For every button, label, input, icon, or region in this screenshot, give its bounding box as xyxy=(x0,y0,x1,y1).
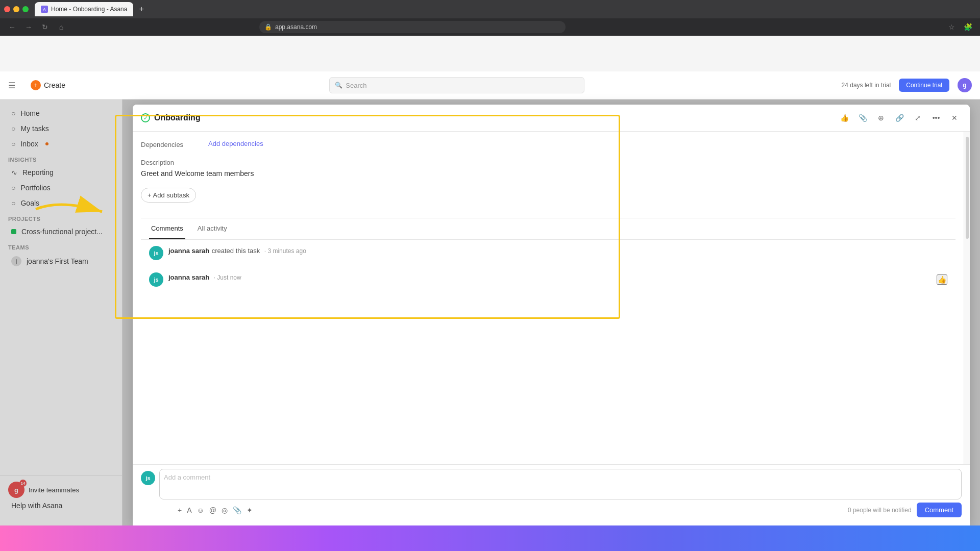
activity-content-0: joanna sarah created this task · 3 minut… xyxy=(168,246,947,255)
activity-user-1: joanna sarah xyxy=(168,273,209,281)
comment-input-box[interactable]: Add a comment xyxy=(159,469,962,499)
tab-bar: A Home - Onboarding - Asana + xyxy=(0,0,980,18)
modal-scrollbar[interactable] xyxy=(964,132,970,464)
activity-avatar-0: js xyxy=(149,246,163,260)
description-section: Description Greet and Welcome team membe… xyxy=(141,159,955,178)
activity-item-1: js joanna sarah · Just now 👍 xyxy=(141,266,955,293)
back-button[interactable]: ← xyxy=(6,21,18,33)
task-modal: ✓ Onboarding 👍 📎 ⊕ 🔗 ⤢ ••• ✕ Depend xyxy=(133,105,970,525)
home-button[interactable]: ⌂ xyxy=(55,21,67,33)
thumbs-up-button[interactable]: 👍 xyxy=(837,111,851,125)
comments-tabs: Comments All activity xyxy=(141,218,955,240)
app-background: ☰ + Create 🔍 Search 24 days left in tria… xyxy=(0,36,980,551)
comment-submit-button[interactable]: Comment xyxy=(917,503,962,517)
notification-badge: 14 xyxy=(19,480,27,487)
task-complete-icon[interactable]: ✓ xyxy=(141,113,150,122)
goals-icon: ○ xyxy=(11,199,15,207)
modal-title: Onboarding xyxy=(154,113,833,122)
traffic-lights xyxy=(4,6,29,12)
tag-icon[interactable]: ◎ xyxy=(222,506,228,514)
activity-time-1: · Just now xyxy=(214,274,241,281)
browser-chrome: A Home - Onboarding - Asana + ← → ↻ ⌂ 🔒 … xyxy=(0,0,980,36)
like-button[interactable]: 👍 xyxy=(937,274,947,285)
notify-text: 0 people will be notified xyxy=(848,507,912,514)
minimize-window-button[interactable] xyxy=(13,6,19,12)
lock-icon: 🔒 xyxy=(264,23,272,31)
sidebar-home-label: Home xyxy=(20,109,39,117)
modal-body: Dependencies Add dependencies Descriptio… xyxy=(133,132,964,464)
tab-favicon: A xyxy=(41,6,48,13)
inbox-notification-dot xyxy=(45,142,48,145)
refresh-button[interactable]: ↻ xyxy=(39,21,51,33)
search-placeholder-text: Search xyxy=(346,82,366,89)
sidebar-cross-functional-label: Cross-functional project... xyxy=(21,228,103,236)
search-bar[interactable]: 🔍 Search xyxy=(329,77,584,93)
browser-tab[interactable]: A Home - Onboarding - Asana xyxy=(35,2,133,16)
description-text[interactable]: Greet and Welcome team members xyxy=(141,169,955,178)
comment-user-avatar: js xyxy=(141,471,155,485)
sidebar-item-goals[interactable]: ○ Goals xyxy=(3,195,119,211)
attachment-button[interactable]: 📎 xyxy=(855,111,870,125)
scrollbar-thumb xyxy=(966,137,969,239)
search-icon: 🔍 xyxy=(335,82,342,89)
continue-trial-button[interactable]: Continue trial xyxy=(899,79,949,92)
description-label: Description xyxy=(141,159,955,166)
comment-input-wrapper: js Add a comment + A ☺ @ ◎ 📎 ✦ xyxy=(141,469,962,517)
close-modal-button[interactable]: ✕ xyxy=(947,111,962,125)
create-button[interactable]: + Create xyxy=(23,77,72,93)
help-label: Help with Asana xyxy=(11,502,62,510)
expand-button[interactable]: ⤢ xyxy=(911,111,925,125)
sidebar-team-label: joanna's First Team xyxy=(27,257,88,265)
sidebar-user-item[interactable]: g 14 Invite teammates xyxy=(8,482,114,498)
forward-button[interactable]: → xyxy=(22,21,35,33)
text-format-icon[interactable]: A xyxy=(187,506,191,514)
more-options-button[interactable]: ••• xyxy=(929,111,943,125)
user-avatar[interactable]: g xyxy=(958,78,972,92)
bookmark-icon[interactable]: ☆ xyxy=(945,21,958,33)
sidebar-item-reporting[interactable]: ∿ Reporting xyxy=(3,165,119,180)
extensions-icon[interactable]: 🧩 xyxy=(962,21,974,33)
add-dependencies-link[interactable]: Add dependencies xyxy=(208,140,263,147)
maximize-window-button[interactable] xyxy=(22,6,29,12)
mention-icon[interactable]: @ xyxy=(209,506,216,514)
emoji-icon[interactable]: ☺ xyxy=(197,506,204,514)
address-bar[interactable]: 🔒 app.asana.com xyxy=(259,21,566,33)
new-tab-button[interactable]: + xyxy=(135,3,148,15)
dependencies-field-row: Dependencies Add dependencies xyxy=(141,140,955,148)
link-button[interactable]: 🔗 xyxy=(892,111,906,125)
comment-input-area: js Add a comment + A ☺ @ ◎ 📎 ✦ xyxy=(133,464,970,525)
tab-comments[interactable]: Comments xyxy=(149,218,185,239)
gradient-bottom-bar xyxy=(0,525,980,551)
comment-placeholder: Add a comment xyxy=(164,473,210,481)
add-toolbar-icon[interactable]: + xyxy=(178,506,182,514)
invite-teammates-label: Invite teammates xyxy=(29,486,79,494)
projects-section-label: Projects xyxy=(0,211,122,224)
modal-header: ✓ Onboarding 👍 📎 ⊕ 🔗 ⤢ ••• ✕ xyxy=(133,105,970,132)
hamburger-menu-icon[interactable]: ☰ xyxy=(8,81,15,90)
activity-time-0: · 3 minutes ago xyxy=(264,247,306,255)
activity-text-0: created this task xyxy=(212,247,260,255)
sidebar-item-inbox[interactable]: ○ Inbox xyxy=(3,136,119,152)
comment-toolbar: + A ☺ @ ◎ 📎 ✦ 0 people will be notified … xyxy=(178,499,962,517)
tab-all-activity[interactable]: All activity xyxy=(195,218,229,239)
sidebar-item-team[interactable]: j joanna's First Team xyxy=(3,253,119,270)
nav-bar: ← → ↻ ⌂ 🔒 app.asana.com ☆ 🧩 xyxy=(0,18,980,36)
modal-actions: 👍 📎 ⊕ 🔗 ⤢ ••• ✕ xyxy=(837,111,962,125)
sparkle-icon[interactable]: ✦ xyxy=(247,506,253,514)
close-window-button[interactable] xyxy=(4,6,10,12)
activity-content-1: joanna sarah · Just now xyxy=(168,272,932,282)
sidebar-item-cross-functional[interactable]: Cross-functional project... xyxy=(3,224,119,239)
project-color-dot xyxy=(11,229,16,234)
add-subtask-button[interactable]: + Add subtask xyxy=(141,188,196,203)
create-label: Create xyxy=(44,81,65,89)
app-header: ☰ + Create 🔍 Search 24 days left in tria… xyxy=(0,71,980,99)
subtask-button[interactable]: ⊕ xyxy=(874,111,888,125)
tab-title: Home - Onboarding - Asana xyxy=(51,6,127,13)
sidebar-item-portfolios[interactable]: ○ Portfolios xyxy=(3,180,119,195)
attach-toolbar-icon[interactable]: 📎 xyxy=(233,506,241,514)
sidebar-item-home[interactable]: ○ Home xyxy=(3,106,119,121)
sidebar-help-item[interactable]: Help with Asana xyxy=(11,498,111,513)
teams-section-label: Teams xyxy=(0,239,122,253)
sidebar-portfolios-label: Portfolios xyxy=(20,184,50,192)
sidebar-item-my-tasks[interactable]: ○ My tasks xyxy=(3,121,119,136)
